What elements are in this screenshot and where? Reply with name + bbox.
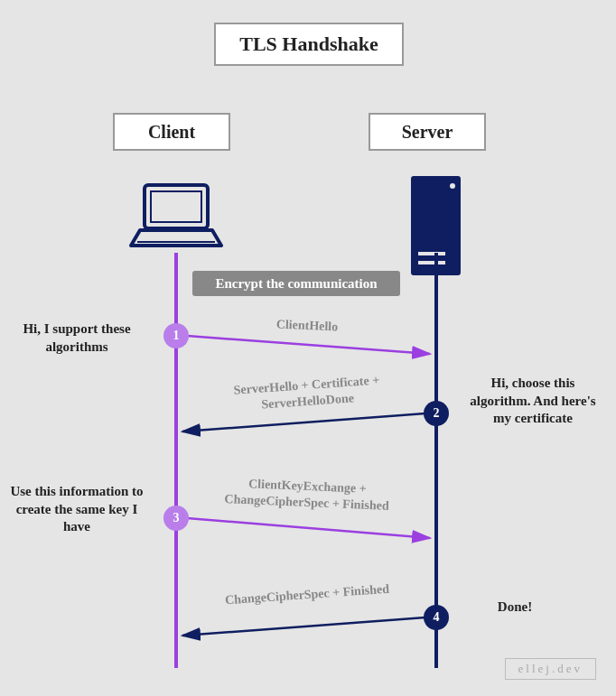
svg-rect-1 [151,191,201,222]
svg-line-4 [182,413,425,432]
step-4-marker: 4 [424,605,449,630]
encrypt-communication-pill: Encrypt the communication [192,271,400,296]
diagram-title: TLS Handshake [214,23,404,66]
message-3-label: ClientKeyExchange + ChangeCipherSpec + F… [198,474,415,515]
note-step-1: Hi, I support these algorithms [5,320,149,356]
svg-line-5 [187,518,430,538]
message-1-label: ClientHello [199,313,416,339]
laptop-icon [126,181,226,253]
note-step-3: Use this information to create the same … [5,483,149,536]
svg-line-6 [182,617,425,636]
message-4-label: ChangeCipherSpec + Finished [199,580,416,610]
step-2-marker: 2 [424,401,449,426]
client-role-label: Client [113,113,230,151]
client-lifeline [174,253,178,668]
step-3-marker: 3 [163,506,189,531]
note-step-2: Hi, choose this algorithm. And here's my… [461,375,605,428]
svg-line-3 [187,336,430,354]
message-2-label: ServerHello + Certificate + ServerHelloD… [198,370,416,417]
step-1-marker: 1 [163,323,189,348]
server-role-label: Server [369,113,486,151]
credit-badge: ellej.dev [505,658,596,680]
note-step-4: Done! [461,599,569,617]
